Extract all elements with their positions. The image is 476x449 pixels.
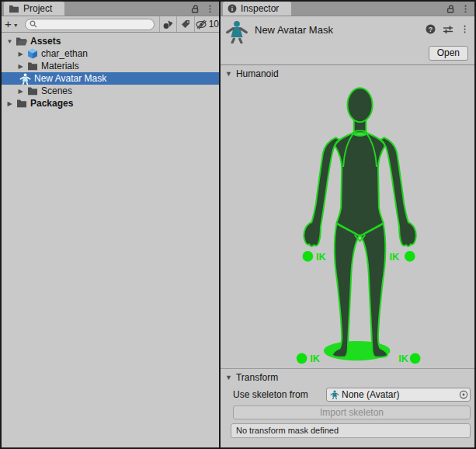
right-foot-ik-label: IK <box>398 353 409 364</box>
eye-slash-icon <box>195 19 208 30</box>
tree-row-assets[interactable]: ▼ Assets <box>2 35 219 47</box>
model-prefab-icon <box>26 48 39 59</box>
search-icon <box>30 20 37 28</box>
folder-icon <box>26 86 39 96</box>
inspector-header: New Avatar Mask ? ⋮ Open <box>221 16 474 65</box>
expand-arrow[interactable]: ▼ <box>5 38 15 45</box>
hidden-packages-toggle[interactable]: 10 <box>195 16 219 32</box>
inspector-tabstrip: i Inspector ⋮ <box>221 2 474 16</box>
left-foot-ik-dot <box>297 353 307 364</box>
project-tabstrip: Project ⋮ <box>2 2 219 16</box>
humanoid-foldout[interactable]: ▼ Humanoid <box>221 65 474 82</box>
head <box>348 88 373 122</box>
no-transform-mask-message: No transform mask defined <box>231 423 471 438</box>
inspector-menu-icon[interactable]: ⋮ <box>461 5 470 13</box>
tree-label: char_ethan <box>41 48 88 59</box>
presets-icon[interactable] <box>443 25 453 34</box>
right-foot-ik-dot <box>410 353 421 364</box>
lock-open-icon[interactable] <box>190 4 200 14</box>
tree-row-packages[interactable]: ▶ Packages <box>2 97 219 110</box>
left-foot-ik-label: IK <box>310 353 321 364</box>
project-panel: Project ⋮ + ▼ <box>2 2 219 447</box>
tree-row-char-ethan[interactable]: ▶ char_ethan <box>2 47 219 60</box>
open-button[interactable]: Open <box>429 46 468 61</box>
tree-row-materials[interactable]: ▶ Materials <box>2 60 219 72</box>
avatar-mask-large-icon <box>225 20 248 44</box>
tree-row-new-avatar-mask[interactable]: New Avatar Mask <box>2 72 219 85</box>
tree-row-scenes[interactable]: ▶ Scenes <box>2 85 219 97</box>
object-picker-icon[interactable] <box>457 388 470 401</box>
left-arm <box>304 137 339 246</box>
tab-inspector-label: Inspector <box>241 3 279 14</box>
tree-label: New Avatar Mask <box>34 73 106 84</box>
svg-text:?: ? <box>429 26 433 33</box>
expand-arrow[interactable]: ▶ <box>5 100 15 107</box>
avatar-icon <box>330 390 339 399</box>
right-leg <box>361 224 387 357</box>
unity-editor-window: Project ⋮ + ▼ <box>0 0 476 449</box>
foldout-arrow-icon: ▼ <box>225 374 232 381</box>
search-field[interactable] <box>25 19 155 30</box>
expand-arrow[interactable]: ▶ <box>16 63 26 70</box>
humanoid-header-label: Humanoid <box>236 68 279 79</box>
folder-icon <box>15 99 28 108</box>
asset-menu-icon[interactable]: ⋮ <box>460 25 469 33</box>
expand-arrow[interactable]: ▶ <box>16 50 26 57</box>
tree-label: Packages <box>30 98 73 109</box>
transform-section: ▼ Transform Use skeleton from None (Avat… <box>221 368 474 447</box>
tab-project-label: Project <box>23 3 52 14</box>
right-hand-ik-label: IK <box>390 252 401 263</box>
project-tree: ▼ Assets ▶ char_ethan ▶ Materials <box>2 33 219 447</box>
right-arm <box>380 137 416 246</box>
transform-foldout[interactable]: ▼ Transform <box>221 369 474 386</box>
search-by-label-button[interactable] <box>177 16 194 32</box>
lock-open-icon[interactable] <box>446 4 455 14</box>
torso <box>335 133 384 235</box>
create-asset-button[interactable]: + <box>5 18 12 30</box>
folder-open-icon <box>15 37 28 47</box>
left-leg <box>332 224 359 357</box>
use-skeleton-from-label: Use skeleton from <box>233 389 326 400</box>
inspector-panel: i Inspector ⋮ New Avatar Mask ? <box>221 2 474 447</box>
search-input[interactable] <box>40 19 150 29</box>
skeleton-value: None (Avatar) <box>342 389 454 400</box>
project-toolbar: + ▼ 10 <box>2 16 219 33</box>
create-dropdown-icon[interactable]: ▼ <box>13 23 19 28</box>
tree-label: Materials <box>41 61 79 71</box>
help-icon[interactable]: ? <box>426 24 436 34</box>
transform-header-label: Transform <box>236 372 278 383</box>
asset-title: New Avatar Mask <box>255 24 426 36</box>
tab-project[interactable]: Project <box>4 2 64 16</box>
right-hand-ik-dot <box>405 251 415 262</box>
tree-label: Scenes <box>41 85 72 96</box>
skeleton-object-field[interactable]: None (Avatar) <box>326 388 471 402</box>
search-by-type-button[interactable] <box>159 16 176 32</box>
hidden-count: 10 <box>209 19 219 30</box>
left-hand-ik-label: IK <box>316 252 327 263</box>
folder-icon <box>9 4 19 13</box>
tab-inspector[interactable]: i Inspector <box>223 2 291 16</box>
import-skeleton-button[interactable]: Import skeleton <box>233 405 471 419</box>
expand-arrow[interactable]: ▶ <box>16 88 26 95</box>
project-menu-icon[interactable]: ⋮ <box>206 5 214 13</box>
tree-label: Assets <box>30 36 61 47</box>
humanoid-mask-diagram[interactable]: IK IK IK IK <box>221 82 474 368</box>
folder-icon <box>26 61 39 71</box>
info-icon: i <box>228 4 237 13</box>
avatar-mask-icon <box>19 73 32 85</box>
foldout-arrow-icon: ▼ <box>225 70 232 78</box>
left-hand-ik-dot <box>303 251 314 262</box>
